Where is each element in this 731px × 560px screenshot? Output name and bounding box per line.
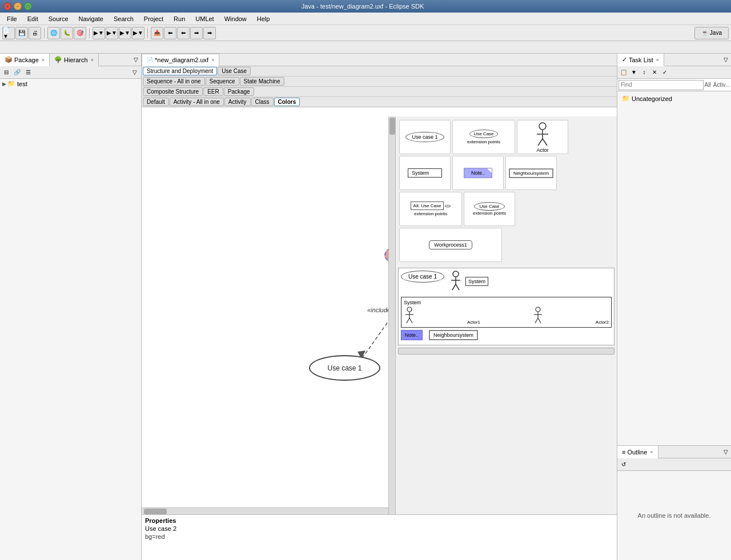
main-container: 📦 Package × 🌳 Hierarch × ▽ ⊟ 🔗 ☰ ▽ ▶ 📁 t…: [0, 54, 731, 560]
menu-window[interactable]: Window: [220, 14, 251, 23]
toolbar-target-btn[interactable]: 🎯: [74, 27, 86, 39]
toolbar-run1-btn[interactable]: ▶▼: [93, 27, 105, 39]
view-menu-btn[interactable]: ☰: [23, 67, 33, 78]
palette-item-usecase-ext2[interactable]: Use Case extension points: [464, 192, 515, 226]
task-del-btn[interactable]: ✕: [649, 67, 660, 78]
right-panel: ✓ Task List × ▽ 📋 ▼ ↕ ✕ ✓ All Activ...: [617, 54, 731, 560]
title-bar-controls[interactable]: × − □: [3, 2, 32, 10]
palette-tab-usecase[interactable]: Use Case: [218, 67, 251, 75]
task-list-close[interactable]: ×: [656, 57, 659, 63]
toolbar-run4-btn[interactable]: ▶▼: [132, 27, 144, 39]
task-search-input[interactable]: [618, 80, 704, 90]
palette-tab-statemachine[interactable]: State Machine: [240, 77, 284, 86]
tab-task-list[interactable]: ✓ Task List ×: [617, 54, 664, 66]
outline-close[interactable]: ×: [650, 449, 653, 455]
title-bar: × − □ Java - test/new_diagram2.uxf - Ecl…: [0, 0, 731, 13]
toolbar-bug-btn[interactable]: 🐛: [61, 27, 73, 39]
task-filter-btn[interactable]: ▼: [629, 67, 639, 78]
toolbar-save-btn[interactable]: 💾: [15, 27, 28, 39]
menu-source[interactable]: Source: [44, 14, 73, 23]
palette-tab-structure[interactable]: Structure and Deployment: [143, 67, 217, 75]
editor-tab-diagram[interactable]: 📄 *new_diagram2.uxf ×: [142, 54, 219, 66]
filter-all[interactable]: All: [705, 82, 711, 88]
palette-item-actor[interactable]: Actor: [517, 120, 568, 154]
tree-arrow-icon: ▶: [2, 81, 6, 87]
menu-search[interactable]: Search: [109, 14, 138, 23]
task-list-toolbar: 📋 ▼ ↕ ✕ ✓: [617, 66, 731, 79]
palette-tab-sequence-all[interactable]: Sequence - All in one: [143, 77, 205, 86]
package-icon: 📦: [5, 56, 13, 63]
tab-package-close[interactable]: ×: [42, 57, 45, 63]
palette-item-alt-usecase[interactable]: Alt. Use Case extension points: [399, 192, 462, 226]
palette-tab-sequence[interactable]: Sequence: [206, 77, 239, 86]
palette-item-workprocess1[interactable]: Workprocess1: [399, 228, 502, 262]
filter-active[interactable]: Activ...: [713, 82, 730, 88]
link-editor-btn[interactable]: 🔗: [12, 67, 22, 78]
minimize-button[interactable]: −: [14, 2, 22, 10]
panel-menu-btn[interactable]: ▽: [130, 67, 140, 78]
canvas-scrollbar-v[interactable]: [388, 116, 395, 514]
toolbar-nav1-btn[interactable]: 📥: [151, 27, 163, 39]
palette-tab-default[interactable]: Default: [143, 98, 169, 106]
editor-tab-close[interactable]: ×: [211, 57, 214, 63]
toolbar-run2-btn[interactable]: ▶▼: [106, 27, 118, 39]
outline-refresh-btn[interactable]: ↺: [618, 460, 629, 470]
palette-tab-activity-all[interactable]: Activity - All in one: [170, 98, 224, 106]
close-button[interactable]: ×: [3, 2, 11, 10]
task-new-btn[interactable]: 📋: [618, 67, 629, 78]
task-mark-btn[interactable]: ✓: [660, 67, 670, 78]
menu-project[interactable]: Project: [139, 14, 168, 23]
toolbar-print-btn[interactable]: 🖨: [29, 27, 41, 39]
diagram-file-icon: 📄: [147, 57, 153, 63]
task-list-menu-btn[interactable]: ▽: [721, 55, 731, 65]
task-search-bar: All Activ...: [617, 79, 731, 91]
uncategorized-folder[interactable]: 📁 Uncategorized: [620, 94, 729, 103]
palette-items-panel[interactable]: Use case 1 Use Case extension points: [395, 116, 617, 514]
toolbar-nav4-btn[interactable]: ➡: [190, 27, 203, 39]
outline-menu-btn[interactable]: ▽: [721, 447, 731, 457]
svg-line-10: [452, 284, 456, 290]
tab-package[interactable]: 📦 Package ×: [0, 54, 50, 66]
collapse-all-btn[interactable]: ⊟: [1, 67, 11, 78]
palette-item-usecase1[interactable]: Use case 1: [399, 120, 451, 154]
palette-tab-composite[interactable]: Composite Structure: [143, 87, 203, 96]
scroll-thumb-v[interactable]: [389, 118, 395, 135]
palette-item-usecase-ext[interactable]: Use Case extension points: [452, 120, 515, 154]
svg-point-12: [407, 307, 412, 312]
palette-scroll-bar[interactable]: [398, 348, 614, 354]
svg-point-17: [536, 307, 540, 312]
menu-navigate[interactable]: Navigate: [74, 14, 108, 23]
properties-bg[interactable]: bg=red: [145, 533, 613, 540]
menu-umlet[interactable]: UMLet: [191, 14, 218, 23]
left-panel-menu-btn[interactable]: ▽: [131, 55, 141, 65]
toolbar-nav3-btn[interactable]: ⬅: [177, 27, 190, 39]
canvas-scrollbar-h[interactable]: [142, 507, 388, 514]
tab-hierarchy[interactable]: 🌳 Hierarch ×: [50, 54, 99, 66]
toolbar-new-btn[interactable]: 📄▼: [2, 27, 15, 39]
uml-canvas[interactable]: Structure and Deployment Use Case Sequen…: [142, 66, 617, 560]
palette-item-system[interactable]: System: [399, 156, 451, 190]
tab-outline[interactable]: ≡ Outline ×: [617, 446, 658, 458]
use-case-1[interactable]: Use case 1: [309, 355, 380, 381]
palette-item-neighbour[interactable]: Neighboursystem: [505, 156, 557, 190]
palette-tab-colors[interactable]: Colors: [274, 98, 300, 106]
task-sort-btn[interactable]: ↕: [639, 67, 649, 78]
menu-file[interactable]: File: [2, 14, 22, 23]
toolbar-java-btn[interactable]: ☕ Java: [694, 27, 729, 39]
scroll-thumb-h[interactable]: [144, 509, 167, 514]
toolbar-web-btn[interactable]: 🌐: [47, 27, 60, 39]
palette-tab-activity[interactable]: Activity: [224, 98, 251, 106]
palette-tab-eer[interactable]: EER: [203, 87, 223, 96]
menu-run[interactable]: Run: [169, 14, 190, 23]
palette-item-note[interactable]: Note..: [452, 156, 504, 190]
toolbar-nav5-btn[interactable]: ➡: [203, 27, 216, 39]
tab-hierarchy-close[interactable]: ×: [91, 57, 94, 63]
toolbar-nav2-btn[interactable]: ⬅: [164, 27, 176, 39]
toolbar-run3-btn[interactable]: ▶▼: [119, 27, 131, 39]
palette-tab-package[interactable]: Package: [224, 87, 254, 96]
menu-help[interactable]: Help: [252, 14, 275, 23]
maximize-button[interactable]: □: [24, 2, 32, 10]
menu-edit[interactable]: Edit: [23, 14, 43, 23]
tree-item-test[interactable]: ▶ 📁 test: [0, 79, 141, 88]
palette-tab-class[interactable]: Class: [251, 98, 274, 106]
